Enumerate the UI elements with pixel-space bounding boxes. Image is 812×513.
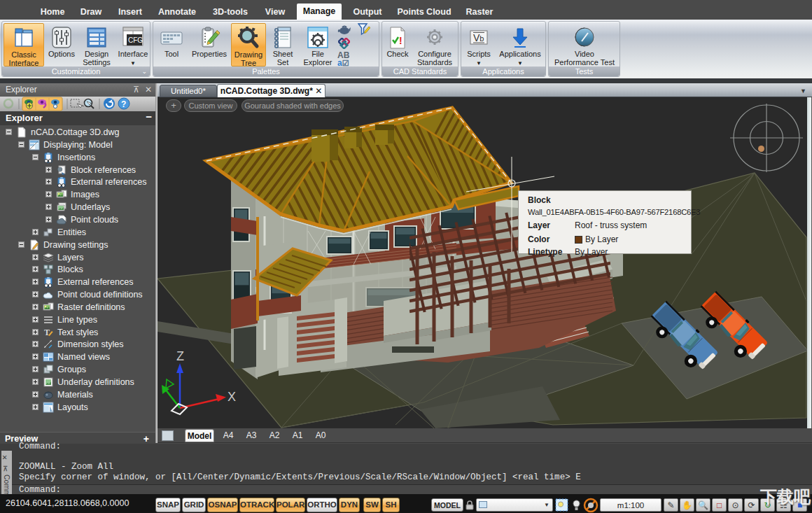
svg-text:CFG: CFG — [128, 36, 143, 44]
svg-text:X: X — [227, 390, 236, 404]
svg-text:?: ? — [121, 99, 126, 109]
svg-text:!: ! — [399, 35, 402, 46]
svg-text:Z: Z — [176, 349, 184, 363]
svg-text:Vb: Vb — [473, 32, 484, 43]
